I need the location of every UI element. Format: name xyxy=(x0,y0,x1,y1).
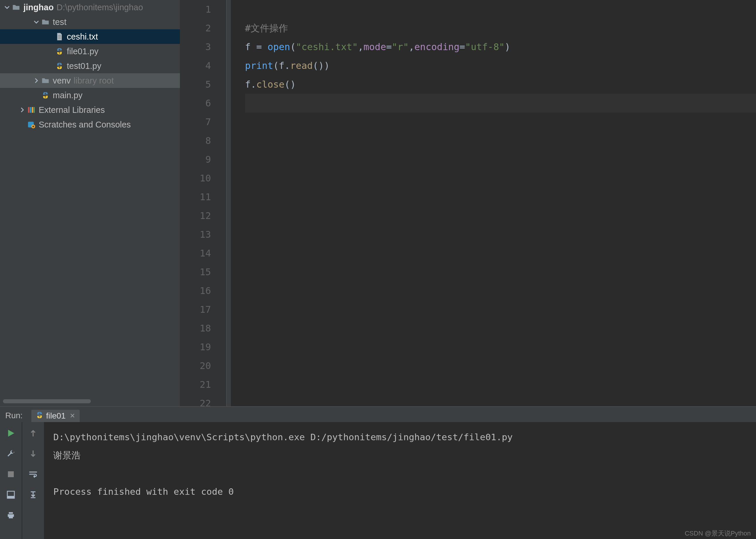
code-line[interactable]: #文件操作 xyxy=(245,19,756,38)
code-line[interactable] xyxy=(245,131,756,150)
code-token: close xyxy=(256,79,285,90)
line-number[interactable]: 15 xyxy=(180,263,226,281)
close-icon[interactable]: ✕ xyxy=(70,412,75,420)
code-token: ) xyxy=(505,41,510,52)
editor-area: 12345678910111213141516171819202122 #文件操… xyxy=(180,0,756,406)
chevron-right-icon[interactable] xyxy=(32,78,40,83)
chevron-down-icon[interactable] xyxy=(32,19,40,25)
code-line[interactable] xyxy=(245,94,756,113)
tree-row[interactable]: file01.py xyxy=(0,44,180,59)
code-token: "r" xyxy=(392,41,409,52)
print-button[interactable] xyxy=(5,509,17,521)
py-icon xyxy=(54,48,64,55)
code-line[interactable] xyxy=(245,206,756,225)
line-number[interactable]: 14 xyxy=(180,244,226,263)
line-number[interactable]: 5 xyxy=(180,75,226,94)
code-token: (f. xyxy=(273,60,290,71)
code-line[interactable] xyxy=(245,169,756,188)
line-number[interactable]: 1 xyxy=(180,0,226,19)
line-number[interactable]: 11 xyxy=(180,188,226,206)
code-line[interactable] xyxy=(245,356,756,375)
wrench-icon[interactable] xyxy=(5,448,17,460)
code-line[interactable] xyxy=(245,150,756,169)
run-tab-label: file01 xyxy=(46,411,66,421)
gutter[interactable]: 12345678910111213141516171819202122 xyxy=(180,0,227,406)
project-tool-window: jinghao D:\pythonitems\jinghao testceshi… xyxy=(0,0,180,406)
gutter-margin xyxy=(227,0,231,406)
project-horizontal-scrollbar[interactable] xyxy=(0,396,180,406)
tree-row[interactable]: External Libraries xyxy=(0,103,180,117)
code-line[interactable]: print(f.read()) xyxy=(245,56,756,75)
line-number[interactable]: 20 xyxy=(180,356,226,375)
line-number[interactable]: 2 xyxy=(180,19,226,38)
code-line[interactable] xyxy=(245,394,756,413)
code-token: () xyxy=(285,79,296,90)
code-line[interactable] xyxy=(245,188,756,206)
chevron-down-icon[interactable] xyxy=(3,5,11,10)
code-line[interactable] xyxy=(245,113,756,131)
line-number[interactable]: 9 xyxy=(180,150,226,169)
tree-row[interactable]: ceshi.txt xyxy=(0,29,180,44)
line-number[interactable]: 16 xyxy=(180,281,226,300)
line-number[interactable]: 12 xyxy=(180,206,226,225)
line-number[interactable]: 6 xyxy=(180,94,226,113)
project-tree[interactable]: jinghao D:\pythonitems\jinghao testceshi… xyxy=(0,0,180,396)
code-line[interactable] xyxy=(245,0,756,19)
tree-row[interactable]: Scratches and Consoles xyxy=(0,117,180,132)
line-number[interactable]: 4 xyxy=(180,56,226,75)
arrow-down-icon[interactable] xyxy=(27,448,39,460)
tree-row[interactable]: main.py xyxy=(0,88,180,103)
code-token: ( xyxy=(290,41,296,52)
code-line[interactable] xyxy=(245,244,756,263)
tree-row[interactable]: test xyxy=(0,15,180,29)
code-token: f xyxy=(245,41,256,52)
code-token: = xyxy=(386,41,392,52)
soft-wrap-icon[interactable] xyxy=(27,468,39,480)
svg-rect-2 xyxy=(32,107,34,113)
svg-rect-8 xyxy=(7,496,14,498)
code-line[interactable] xyxy=(245,338,756,356)
scrollbar-thumb[interactable] xyxy=(3,399,91,403)
py-icon xyxy=(40,92,50,99)
line-number[interactable]: 3 xyxy=(180,38,226,56)
code-line[interactable] xyxy=(245,300,756,319)
line-number[interactable]: 7 xyxy=(180,113,226,131)
line-number[interactable]: 10 xyxy=(180,169,226,188)
run-config-tab[interactable]: file01 ✕ xyxy=(32,410,80,422)
code-line[interactable]: f = open("ceshi.txt",mode="r",encoding="… xyxy=(245,38,756,56)
stop-button[interactable] xyxy=(5,468,17,480)
console-output[interactable]: D:\pythonitems\jinghao\venv\Scripts\pyth… xyxy=(44,422,756,539)
tree-root[interactable]: jinghao D:\pythonitems\jinghao xyxy=(0,0,180,15)
code-line[interactable]: f.close() xyxy=(245,75,756,94)
tree-item-hint: library root xyxy=(74,76,114,86)
code-editor[interactable]: #文件操作f = open("ceshi.txt",mode="r",encod… xyxy=(231,0,756,406)
layout-button[interactable] xyxy=(5,489,17,501)
svg-rect-1 xyxy=(30,107,32,113)
line-number[interactable]: 13 xyxy=(180,225,226,244)
tree-row[interactable]: venvlibrary root xyxy=(0,73,180,88)
run-toolbar-secondary xyxy=(22,422,44,539)
code-line[interactable] xyxy=(245,319,756,338)
line-number[interactable]: 19 xyxy=(180,338,226,356)
line-number[interactable]: 8 xyxy=(180,131,226,150)
scratch-icon xyxy=(27,121,36,128)
py-icon xyxy=(54,62,64,69)
line-number[interactable]: 18 xyxy=(180,319,226,338)
run-button[interactable] xyxy=(5,427,17,439)
scroll-to-end-icon[interactable] xyxy=(27,489,39,501)
code-token: #文件操作 xyxy=(245,23,288,34)
python-icon xyxy=(36,412,43,421)
code-line[interactable] xyxy=(245,281,756,300)
code-line[interactable] xyxy=(245,375,756,394)
arrow-up-icon[interactable] xyxy=(27,427,39,439)
line-number[interactable]: 21 xyxy=(180,375,226,394)
code-token: = xyxy=(459,41,465,52)
tree-row[interactable]: test01.py xyxy=(0,59,180,73)
chevron-right-icon[interactable] xyxy=(18,107,27,113)
console-line: Process finished with exit code 0 xyxy=(53,483,756,501)
line-number[interactable]: 17 xyxy=(180,300,226,319)
code-line[interactable] xyxy=(245,263,756,281)
code-token: read xyxy=(290,60,313,71)
tree-item-label: test01.py xyxy=(67,61,102,71)
code-line[interactable] xyxy=(245,225,756,244)
